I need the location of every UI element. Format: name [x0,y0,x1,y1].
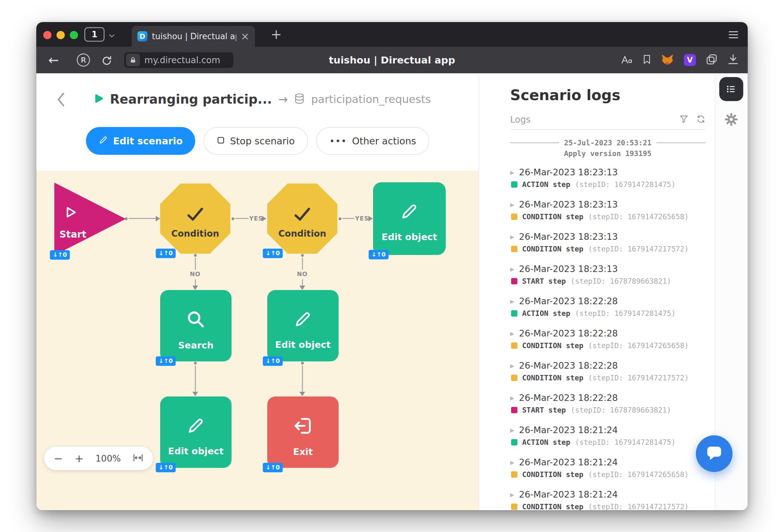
node-start[interactable]: Start ↓↑0 [54,183,126,255]
node-label: Start [59,229,86,240]
settings-gear-icon[interactable] [719,107,743,132]
stop-icon [217,136,225,147]
node-search[interactable]: Search ↓↑0 [160,290,231,361]
node-edit-object-bottom[interactable]: Edit object ↓↑0 [160,396,231,468]
log-step-id: (stepID: 1679147217572) [588,374,689,382]
queue-badge: ↓↑0 [369,250,389,259]
extension-v-icon[interactable]: V [684,54,696,66]
close-tab-icon[interactable]: × [241,31,249,41]
lock-icon[interactable] [126,54,140,66]
edge-arrowhead [300,286,305,290]
node-edit-object-top[interactable]: Edit object ↓↑0 [373,182,446,255]
zoom-control: − + 100% [44,447,153,470]
log-expand-icon[interactable]: ▶ [510,363,514,369]
log-entry[interactable]: ▶ 26-Mar-2023 18:21:24 CONDITION step (s… [510,489,705,510]
node-condition-1[interactable]: Condition ↓↑0 [160,184,230,254]
edge-arrowhead [192,392,198,396]
scenario-header: Rearranging particip... → participation_… [94,91,431,107]
log-step-square [511,439,517,445]
log-step-square [511,246,517,252]
scenario-editor: Rearranging particip... → participation_… [36,73,479,510]
pencil-icon [400,202,419,222]
extensions-icon[interactable] [706,54,717,66]
edit-scenario-button[interactable]: Edit scenario [86,127,195,155]
divider [510,142,559,143]
reader-icon[interactable]: R [77,53,90,67]
log-entry[interactable]: ▶ 26-Mar-2023 18:23:13 START step (stepI… [510,264,705,285]
back-button[interactable]: ← [48,47,59,73]
fit-width-icon[interactable] [133,454,143,463]
queue-badge: ↓↑0 [156,463,176,472]
log-expand-icon[interactable]: ▶ [510,459,514,466]
log-step-type: CONDITION step [522,503,583,510]
close-window-button[interactable] [43,31,52,39]
database-icon [294,92,305,106]
chevron-down-icon[interactable] [109,33,115,39]
traffic-lights [43,31,78,39]
download-icon[interactable] [727,54,739,66]
flow-canvas[interactable]: Start ↓↑0 Condition ↓↑0 [36,171,479,510]
log-entry[interactable]: ▶ 26-Mar-2023 18:22:28 CONDITION step (s… [510,328,705,350]
log-expand-icon[interactable]: ▶ [510,331,514,337]
nav-extension-icons: V [621,47,739,73]
active-tab[interactable]: D tuishou | Directual app × [132,26,255,47]
zoom-in-button[interactable]: + [75,453,84,464]
log-entry[interactable]: ▶ 26-Mar-2023 18:22:28 ACTION step (step… [510,296,705,317]
log-expand-icon[interactable]: ▶ [510,169,514,176]
zoom-out-button[interactable]: − [54,453,63,464]
log-expand-icon[interactable]: ▶ [510,266,514,272]
translate-icon[interactable] [621,54,633,66]
log-step-square [511,181,517,188]
log-step-type: CONDITION step [522,245,583,253]
log-entry[interactable]: ▶ 26-Mar-2023 18:23:13 CONDITION step (s… [510,199,705,221]
reload-icon[interactable] [102,55,112,67]
log-expand-icon[interactable]: ▶ [510,395,514,401]
log-expand-icon[interactable]: ▶ [510,298,514,305]
metamask-fox-icon[interactable] [661,53,674,67]
logs-list-button[interactable] [719,77,743,101]
node-exit[interactable]: Exit ↓↑0 [267,396,339,468]
chat-support-button[interactable] [696,435,732,472]
table-name-link[interactable]: participation_requests [311,93,431,106]
minimize-window-button[interactable] [57,31,65,39]
apply-version-time: 25-Jul-2023 20:53:21 [564,139,652,147]
fullscreen-window-button[interactable] [70,31,78,39]
log-step-type: ACTION step [522,180,570,189]
stop-scenario-button[interactable]: Stop scenario [203,127,308,155]
log-step-type: CONDITION step [522,470,583,479]
ellipsis-icon: ••• [330,136,347,146]
bookmark-icon[interactable] [643,54,651,66]
log-expand-icon[interactable]: ▶ [510,234,514,240]
new-tab-button[interactable]: + [271,27,282,42]
log-step-type: START step [522,406,566,414]
log-entry[interactable]: ▶ 26-Mar-2023 18:22:28 START step (stepI… [510,393,705,414]
chat-bubble-icon [706,445,723,463]
apply-version-label: Apply version 193195 [510,149,705,158]
refresh-icon[interactable] [697,115,705,125]
log-step-id: (stepID: 1679147265658) [588,213,689,221]
other-actions-button[interactable]: ••• Other actions [316,127,429,155]
menu-icon[interactable] [729,31,738,40]
log-entry[interactable]: ▶ 26-Mar-2023 18:21:24 ACTION step (step… [510,425,705,446]
address-bar[interactable]: my.directual.com [124,52,233,68]
log-entry[interactable]: ▶ 26-Mar-2023 18:23:13 ACTION step (step… [510,167,705,189]
log-step-id: (stepID: 1679147281475) [575,180,676,189]
queue-badge: ↓↑0 [263,356,283,366]
log-expand-icon[interactable]: ▶ [510,492,514,498]
log-expand-icon[interactable]: ▶ [510,427,514,433]
log-time: 26-Mar-2023 18:23:13 [519,199,618,210]
log-entry-list: ▶ 26-Mar-2023 18:23:13 ACTION step (step… [510,167,705,510]
tab-counter[interactable]: 1 [84,27,105,42]
filter-icon[interactable] [679,115,688,125]
edge-line [129,218,156,219]
back-chevron-icon[interactable] [56,92,65,108]
node-edit-object-middle[interactable]: Edit object ↓↑0 [267,290,339,361]
log-entry[interactable]: ▶ 26-Mar-2023 18:21:24 CONDITION step (s… [510,457,705,479]
log-expand-icon[interactable]: ▶ [510,201,514,208]
zoom-level: 100% [95,453,121,464]
log-entry[interactable]: ▶ 26-Mar-2023 18:23:13 CONDITION step (s… [510,231,705,253]
log-time: 26-Mar-2023 18:23:13 [519,167,618,177]
log-step-id: (stepID: 1679147281475) [575,438,676,446]
node-condition-2[interactable]: Condition ↓↑0 [267,184,337,254]
log-entry[interactable]: ▶ 26-Mar-2023 18:22:28 CONDITION step (s… [510,361,705,382]
